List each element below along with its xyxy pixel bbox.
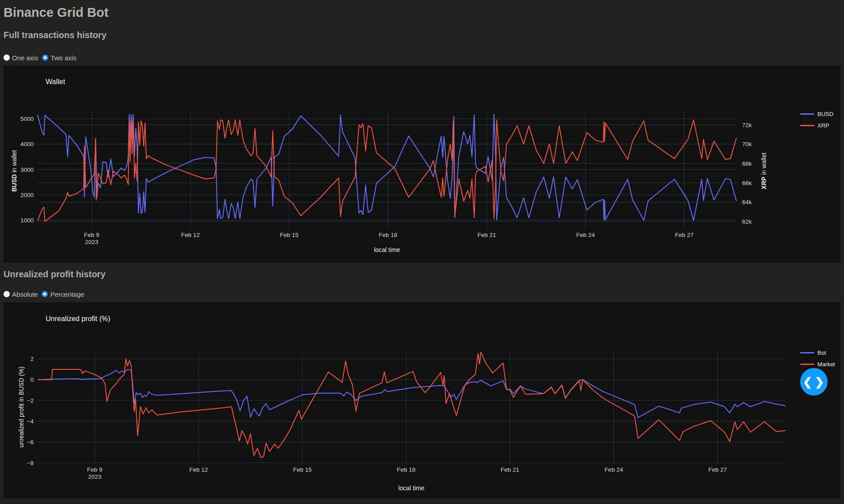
y-left-tick-label: 2000 [20,192,34,198]
series-line-market[interactable] [38,352,785,457]
y-left-tick-label: 3000 [20,167,34,173]
y-right-tick-label: 66k [742,180,752,186]
legend-label: Bot [817,349,826,356]
axis-mode-option-0[interactable]: One axis [4,54,38,62]
y-right-tick-label: 72k [742,122,752,128]
x-axis-title: local time [398,485,424,492]
y-left-tick-label: 4000 [20,141,34,147]
y-left-tick-label: 1000 [20,217,34,224]
profit-mode-option-0[interactable]: Absolute [4,291,38,298]
radio-label: Absolute [12,291,38,298]
x-tick-label: Feb 27 [708,466,727,473]
legend-item-busd[interactable]: BUSD [800,110,833,118]
legend-item-bot[interactable]: Bot [800,349,835,357]
x-tick-label: Feb 21 [501,466,519,473]
debug-menu-button[interactable]: ❮❯ [800,368,828,395]
profit-mode-option-1[interactable]: Percentage [42,291,84,298]
legend-line-swatch [800,352,814,353]
profit-mode-radiogroup: AbsolutePercentage [4,289,84,299]
radio-label: Percentage [50,291,84,298]
section-title-transactions: Full transactions history [4,30,106,40]
x-tick-label: Feb 15 [280,232,299,238]
axis-mode-radiogroup: One axisTwo axis [4,52,77,63]
y-left-tick-label: 0 [30,376,34,383]
x-tick-label: Feb 12 [181,232,200,238]
legend-line-swatch [800,113,814,115]
y-left-tick-label: −8 [27,460,34,466]
y-right-tick-label: 68k [742,160,752,167]
wallet-chart-legend: BUSDXRP [800,110,833,129]
x-tick-label: Feb 18 [379,232,397,238]
page-title: Binance Grid Bot [4,5,109,20]
legend-line-swatch [800,364,814,365]
profit-chart-legend: BotMarket [800,349,835,368]
legend-item-market[interactable]: Market [800,360,835,368]
series-line-bot[interactable] [38,369,785,418]
x-tick-sublabel: 2023 [88,473,101,480]
y-left-tick-label: −2 [27,397,34,404]
wallet-chart-card: Wallet BUSD in wallet XRP in wallet Feb … [4,66,840,263]
legend-label: Market [817,361,835,368]
x-tick-label: Feb 24 [576,232,595,238]
x-tick-sublabel: 2023 [85,239,98,245]
y-left-tick-label: −6 [27,439,34,446]
radio-label: One axis [12,54,38,62]
x-tick-label: Feb 21 [478,232,496,238]
y-right-tick-label: 62k [742,218,752,225]
y-right-tick-label: 64k [742,199,752,205]
axis-mode-option-1[interactable]: Two axis [42,54,76,62]
radio-unselected-icon[interactable] [4,291,10,297]
radio-label: Two axis [51,54,76,62]
page: Binance Grid Bot Full transactions histo… [0,0,844,504]
x-tick-label: Feb 15 [293,466,311,473]
x-tick-label: Feb 18 [397,466,416,473]
legend-label: XRP [817,122,829,129]
x-axis-title: local time [374,246,400,253]
x-tick-label: Feb 24 [604,466,623,473]
section-title-profit: Unrealized profit history [4,269,105,279]
y-left-tick-label: 2 [30,356,34,362]
profit-chart[interactable]: Feb 92023Feb 12Feb 15Feb 18Feb 21Feb 24F… [4,302,840,498]
x-tick-label: Feb 12 [189,466,208,473]
y-right-tick-label: 70k [742,141,752,147]
y-left-tick-label: 5000 [20,116,34,122]
legend-label: BUSD [817,111,833,117]
profit-chart-card: Unrealized profit (%) unrealized profit … [4,302,840,498]
legend-line-swatch [800,125,814,126]
y-left-tick-label: −4 [27,418,34,425]
radio-selected-icon[interactable] [42,54,48,61]
x-tick-label: Feb 27 [675,232,694,238]
x-tick-label: Feb 9 [84,232,100,238]
radio-selected-icon[interactable] [42,291,48,297]
x-tick-label: Feb 9 [87,466,103,473]
legend-item-xrp[interactable]: XRP [800,121,833,129]
wallet-chart[interactable]: Feb 92023Feb 12Feb 15Feb 18Feb 21Feb 24F… [4,66,840,263]
radio-unselected-icon[interactable] [4,54,10,61]
